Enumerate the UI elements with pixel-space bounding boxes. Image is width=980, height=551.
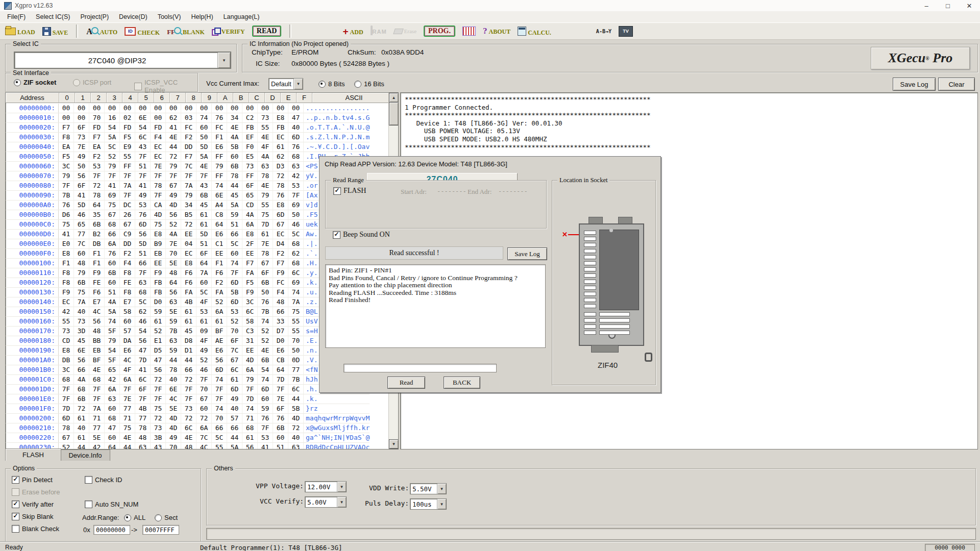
hex-byte: F7: [273, 259, 288, 268]
chevron-down-icon[interactable]: ▼: [337, 497, 346, 507]
check-id-checkbox[interactable]: Check ID: [85, 476, 122, 484]
hex-byte: 63: [258, 162, 273, 171]
addr-range-sect-radio[interactable]: Sect: [155, 514, 178, 521]
hex-byte: 02: [120, 113, 135, 122]
icsp-vcc-checkbox[interactable]: ICSP_VCC Enable: [134, 79, 198, 94]
hex-byte: 6D: [227, 278, 242, 287]
hex-address: 00000150:: [6, 307, 59, 316]
menu-item-help-h[interactable]: Help(H): [186, 12, 218, 21]
hex-byte: 4C: [197, 443, 212, 449]
hex-byte: 7F: [120, 171, 135, 181]
about-button[interactable]: ? ABOUT: [483, 28, 510, 35]
scroll-thumb[interactable]: [389, 102, 399, 126]
addr-from-input[interactable]: 00000000: [93, 525, 130, 535]
hex-byte: BB: [89, 336, 105, 345]
save-log-button[interactable]: Save Log: [893, 78, 936, 91]
hex-byte: 77: [120, 404, 135, 413]
logic-aby-icon[interactable]: A-B→Y: [596, 29, 611, 34]
auto-sn-checkbox[interactable]: Auto SN_NUM: [85, 500, 138, 508]
menu-item-select-ic-s[interactable]: Select IC(S): [31, 12, 75, 21]
save-button[interactable]: SAVE: [42, 27, 68, 36]
scroll-down-icon[interactable]: ▼: [389, 439, 399, 449]
hex-byte: 00: [227, 104, 242, 113]
tv-icon[interactable]: TV: [619, 26, 633, 37]
dip-pins-icon[interactable]: [462, 27, 476, 36]
addr-to-input[interactable]: 0007FFFF: [142, 525, 179, 535]
hex-byte: F8: [59, 133, 74, 142]
menu-item-project-p[interactable]: Project(P): [76, 12, 114, 21]
auto-button[interactable]: A AUTO: [86, 27, 117, 35]
ic-select-combo[interactable]: 27C040 @DIP32 ▼: [14, 52, 231, 69]
prog-button[interactable]: PROG.: [424, 26, 455, 37]
magnifier-icon: [91, 27, 99, 34]
menu-item-language-l[interactable]: Language(L): [218, 12, 265, 21]
hex-byte: 57: [120, 327, 135, 336]
tab-device-info[interactable]: Device.Info: [60, 449, 110, 461]
hex-address: 000000D0:: [6, 230, 59, 239]
vdd-write-value: 5.50V: [410, 485, 437, 493]
skip-blank-checkbox[interactable]: ✓ Skip Blank: [12, 513, 53, 520]
calcu-button[interactable]: CALCU.: [518, 27, 551, 36]
scroll-up-icon[interactable]: ▲: [389, 93, 399, 103]
hex-header-col-1: 1: [75, 93, 91, 103]
pin-detect-checkbox[interactable]: ✓ Pin Detect: [12, 476, 53, 484]
dialog-save-log-button[interactable]: Save Log: [507, 247, 547, 260]
hex-byte: 6C: [181, 423, 197, 433]
bits16-radio[interactable]: 16 Bits: [354, 80, 384, 88]
menu-item-tools-v[interactable]: Tools(V): [153, 12, 186, 21]
addr-range-all-radio[interactable]: ALL: [124, 514, 145, 521]
hex-byte: BF: [89, 356, 105, 365]
check-id-button[interactable]: ID CHECK: [125, 27, 160, 36]
hex-header-col-8: 8: [186, 93, 202, 103]
load-button[interactable]: LOAD: [5, 28, 35, 35]
hex-byte: A4: [212, 201, 227, 210]
tab-flash[interactable]: FLASH: [5, 448, 61, 461]
start-adr-value: --------: [437, 188, 467, 195]
vdd-write-combo[interactable]: 5.50V ▼: [410, 483, 447, 494]
hex-byte: 41: [135, 181, 151, 190]
flash-checkbox[interactable]: ✓ FLASH: [333, 187, 366, 195]
hex-byte: 76: [273, 191, 288, 200]
ic-select-value: 27C040 @DIP32: [15, 56, 217, 65]
chevron-down-icon[interactable]: ▼: [437, 484, 446, 494]
clear-button[interactable]: Clear: [938, 78, 975, 91]
close-button[interactable]: ✕: [959, 0, 980, 11]
hex-byte: 40: [74, 307, 89, 316]
hex-byte: 62: [288, 249, 304, 258]
beep-sound-checkbox[interactable]: ✓ Beep Sound ON: [333, 231, 390, 239]
hex-byte: 63: [166, 336, 181, 345]
dialog-back-button[interactable]: BACK: [444, 377, 480, 389]
chevron-down-icon[interactable]: ▼: [337, 482, 346, 492]
hex-byte: 31: [242, 336, 258, 345]
hex-byte: 65: [74, 220, 89, 229]
chevron-down-icon[interactable]: ▼: [217, 53, 230, 68]
read-button[interactable]: READ: [252, 26, 282, 37]
socket-pin-slot: [599, 331, 630, 335]
vpp-voltage-combo[interactable]: 12.00V ▼: [305, 481, 347, 492]
bits8-radio[interactable]: 8 Bits: [318, 80, 345, 88]
add-button[interactable]: + ADD: [342, 28, 363, 35]
blank-check-checkbox[interactable]: Blank Check: [12, 525, 59, 533]
hex-byte: 5C: [135, 297, 151, 307]
vcc-verify-combo[interactable]: 5.00V ▼: [305, 496, 347, 508]
minimize-button[interactable]: –: [916, 0, 937, 11]
icsp-port-radio[interactable]: ICSP port: [73, 79, 111, 86]
verify-button[interactable]: VERIFY: [212, 28, 245, 35]
menu-item-device-d[interactable]: Device(D): [114, 12, 153, 21]
verify-after-checkbox[interactable]: ✓ Verify after: [12, 500, 54, 508]
vcc-imax-combo[interactable]: Default ▼: [268, 78, 303, 90]
zif-socket-radio[interactable]: ZIF socket: [14, 79, 56, 86]
hex-byte: 56: [166, 210, 181, 219]
blank-check-button[interactable]: FF BLANK: [167, 27, 205, 35]
hex-byte: 53: [258, 433, 273, 442]
maximize-button[interactable]: □: [937, 0, 959, 11]
hex-byte: 4E: [181, 433, 197, 442]
hex-byte: 56: [135, 230, 151, 239]
chevron-down-icon[interactable]: ▼: [437, 499, 446, 509]
hex-byte: 55: [258, 123, 273, 132]
hex-byte: 66: [135, 259, 151, 268]
dialog-read-button[interactable]: Read: [387, 377, 425, 389]
chevron-down-icon[interactable]: ▼: [293, 79, 303, 89]
menu-item-file-f[interactable]: File(F): [2, 12, 31, 21]
puls-delay-combo[interactable]: 100us ▼: [410, 498, 447, 510]
